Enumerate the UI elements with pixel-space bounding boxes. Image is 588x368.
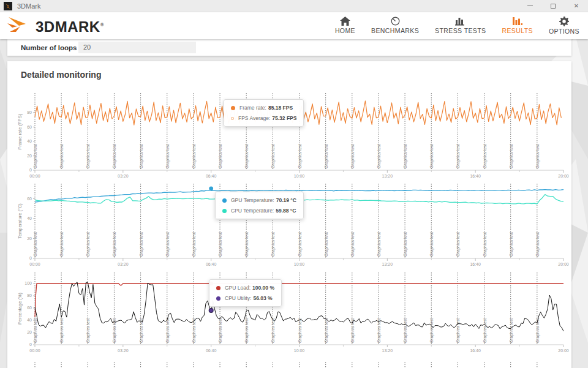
svg-text:Graphics test: Graphics test: [218, 318, 223, 343]
svg-text:Graphics test: Graphics test: [456, 318, 461, 343]
svg-text:Graphics test: Graphics test: [59, 318, 64, 343]
tooltip-row: GPU Temperature:70.19 °C: [222, 197, 296, 203]
percentage-chart[interactable]: Graphics testGraphics testGraphics testG…: [13, 270, 571, 357]
svg-text:Graphics test: Graphics test: [86, 144, 91, 168]
tooltip-row: Frame rate:85.18 FPS: [231, 105, 296, 111]
minimize-icon[interactable]: [518, 0, 541, 12]
gear-icon: [559, 17, 569, 26]
svg-text:Graphics test: Graphics test: [298, 144, 303, 168]
nav-label: HOME: [335, 27, 355, 34]
settings-card: Number of loops 20: [7, 39, 571, 56]
fps-average-dot-icon: [231, 117, 234, 120]
svg-text:03:20: 03:20: [118, 174, 129, 178]
svg-text:Graphics test: Graphics test: [244, 232, 249, 257]
svg-text:16:40: 16:40: [470, 262, 481, 266]
svg-text:Graphics test: Graphics test: [192, 144, 197, 168]
svg-text:Percentage (%): Percentage (%): [17, 292, 23, 325]
tooltip-row: GPU Load:100.00 %: [216, 285, 274, 291]
frame-rate-dot-icon: [231, 106, 235, 110]
svg-text:0: 0: [29, 256, 32, 260]
svg-text:Graphics test: Graphics test: [324, 232, 329, 257]
percentage-tooltip: GPU Load:100.00 % CPU Utility:56.03 %: [209, 279, 282, 307]
svg-text:Graphics test: Graphics test: [86, 318, 91, 343]
3dmark-logo: 3DMARK®: [7, 16, 104, 36]
svg-text:Graphics test: Graphics test: [350, 144, 355, 168]
svg-text:Graphics test: Graphics test: [86, 232, 91, 257]
results-bars-icon: [512, 17, 523, 26]
svg-text:Graphics test: Graphics test: [165, 318, 170, 343]
svg-text:Graphics test: Graphics test: [165, 144, 170, 168]
svg-text:Graphics test: Graphics test: [429, 318, 434, 343]
svg-text:Graphics test: Graphics test: [271, 232, 276, 257]
temperature-tooltip: GPU Temperature:70.19 °C CPU Temperature…: [215, 192, 304, 219]
nav-stress-tests[interactable]: STRESS TESTS: [435, 17, 486, 35]
svg-text:Graphics test: Graphics test: [139, 318, 144, 343]
svg-text:Graphics test: Graphics test: [324, 318, 329, 343]
svg-text:40: 40: [27, 318, 32, 322]
nav-label: RESULTS: [502, 27, 532, 34]
maximize-icon[interactable]: [541, 0, 565, 12]
svg-text:Graphics test: Graphics test: [192, 232, 197, 257]
svg-text:Graphics test: Graphics test: [298, 318, 303, 343]
logo-swoosh-icon: [7, 16, 33, 36]
svg-text:20:00: 20:00: [558, 348, 569, 353]
svg-text:Graphics test: Graphics test: [509, 144, 514, 168]
svg-text:Graphics test: Graphics test: [139, 232, 144, 257]
svg-text:13:20: 13:20: [382, 262, 393, 266]
nav-home[interactable]: HOME: [335, 17, 355, 35]
svg-text:00:00: 00:00: [29, 348, 40, 353]
detailed-monitoring-card: Detailed monitoring Graphics testGraphic…: [7, 61, 571, 368]
svg-text:20: 20: [27, 154, 32, 158]
svg-text:Temperature (°C): Temperature (°C): [17, 203, 23, 239]
svg-text:20: 20: [27, 236, 32, 241]
nav-benchmarks[interactable]: BENCHMARKS: [371, 17, 419, 35]
svg-text:20:00: 20:00: [558, 174, 569, 178]
svg-text:Graphics test: Graphics test: [298, 232, 303, 257]
svg-text:40: 40: [27, 216, 32, 220]
app-header: 3DMARK® HOME BENCHMARKS STRESS TESTS RES…: [0, 12, 588, 39]
home-icon: [340, 17, 350, 26]
svg-text:Graphics test: Graphics test: [244, 144, 249, 168]
number-of-loops-input[interactable]: 20: [78, 42, 196, 53]
svg-text:0: 0: [29, 168, 32, 172]
nav-label: OPTIONS: [549, 28, 579, 35]
svg-text:Graphics test: Graphics test: [509, 318, 514, 343]
cpu-utility-dot-icon: [216, 296, 221, 301]
window-title: 3DMark: [17, 2, 518, 10]
close-icon[interactable]: ✕: [565, 0, 588, 12]
svg-text:10:00: 10:00: [294, 348, 305, 353]
svg-text:Graphics test: Graphics test: [139, 144, 144, 168]
next-chart-partial: [13, 358, 571, 368]
svg-text:00:00: 00:00: [29, 262, 40, 266]
svg-text:Graphics test: Graphics test: [456, 232, 461, 257]
svg-text:80: 80: [27, 110, 32, 115]
svg-text:Graphics test: Graphics test: [429, 144, 434, 168]
titlebar: 3DMark ✕: [0, 0, 588, 12]
svg-text:20: 20: [27, 330, 32, 334]
3dmark-window: 3DMark ✕ 3DMARK® HOME BENCHMARKS: [0, 0, 588, 368]
svg-text:Graphics test: Graphics test: [112, 144, 117, 168]
svg-text:06:40: 06:40: [206, 174, 217, 178]
svg-text:Graphics test: Graphics test: [403, 232, 408, 257]
svg-text:Graphics test: Graphics test: [377, 318, 382, 343]
svg-text:Graphics test: Graphics test: [535, 144, 540, 168]
gauge-icon: [390, 17, 401, 26]
nav-options[interactable]: OPTIONS: [549, 17, 579, 35]
section-title: Detailed monitoring: [21, 70, 101, 80]
svg-text:100: 100: [24, 281, 32, 285]
svg-text:Graphics test: Graphics test: [483, 318, 488, 343]
svg-text:13:20: 13:20: [382, 348, 393, 353]
tooltip-row: CPU Temperature:59.88 °C: [222, 208, 296, 214]
svg-text:Graphics test: Graphics test: [271, 144, 276, 168]
nav-results[interactable]: RESULTS: [502, 17, 532, 35]
number-of-loops-label: Number of loops: [21, 44, 78, 51]
nav-label: BENCHMARKS: [371, 27, 419, 34]
bar-chart-icon: [455, 17, 466, 26]
svg-text:Graphics test: Graphics test: [165, 232, 170, 257]
svg-text:Graphics test: Graphics test: [271, 318, 276, 343]
nav-label: STRESS TESTS: [435, 27, 486, 34]
svg-text:Graphics test: Graphics test: [403, 144, 408, 168]
svg-text:Graphics test: Graphics test: [218, 232, 223, 257]
svg-text:16:40: 16:40: [470, 174, 481, 178]
svg-text:Graphics test: Graphics test: [59, 144, 64, 168]
